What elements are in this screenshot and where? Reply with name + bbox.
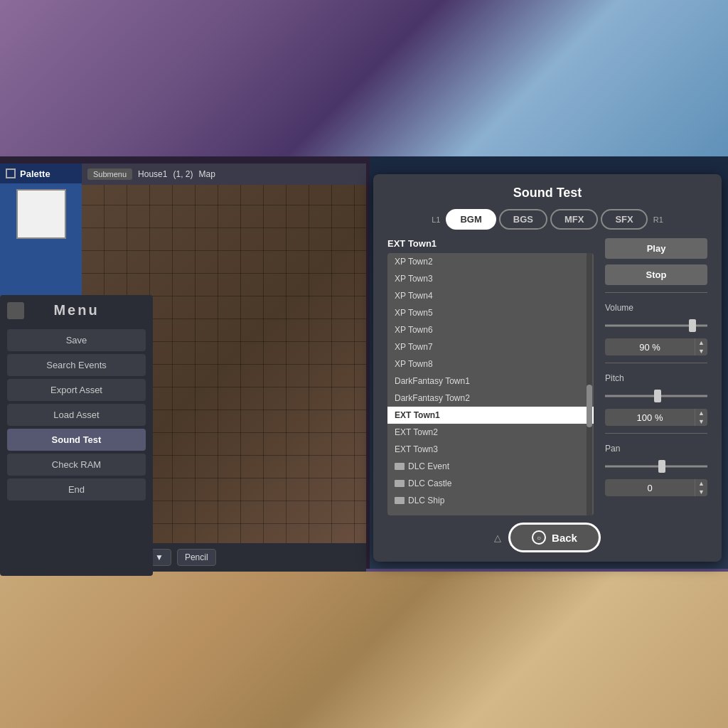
palette-icon bbox=[6, 168, 16, 178]
pitch-arrows[interactable]: ▲ ▼ bbox=[695, 409, 707, 426]
menu-title: Menu bbox=[7, 302, 146, 318]
toolbar-top: Submenu House1 (1, 2) Map bbox=[82, 164, 366, 185]
tab-bgs[interactable]: BGS bbox=[499, 209, 547, 230]
pan-label: Pan bbox=[605, 444, 707, 454]
back-button[interactable]: ○ Back bbox=[508, 523, 601, 552]
pan-value-box: 0 ▲ ▼ bbox=[605, 479, 707, 496]
divider bbox=[605, 363, 707, 363]
pan-slider-thumb[interactable] bbox=[658, 460, 665, 473]
volume-label: Volume bbox=[605, 303, 707, 313]
track-item[interactable]: XP Town2 bbox=[387, 253, 594, 270]
dropdown-icon: ▼ bbox=[155, 552, 164, 562]
save-button[interactable]: Save bbox=[7, 329, 146, 351]
folder-icon bbox=[395, 463, 405, 470]
background-bottom bbox=[0, 572, 728, 728]
scrollbar-thumb[interactable] bbox=[587, 385, 592, 427]
dialog-footer: △ ○ Back bbox=[373, 515, 722, 562]
volume-slider[interactable] bbox=[605, 318, 707, 333]
menu-panel: Menu Save Search Events Export Asset Loa… bbox=[0, 295, 153, 576]
track-selected-header: EXT Town1 bbox=[387, 238, 594, 249]
folder-icon bbox=[395, 497, 405, 504]
pan-value: 0 bbox=[605, 480, 695, 496]
dialog-content: EXT Town1 XP Town2 XP Town3 XP Town4 XP … bbox=[373, 238, 722, 515]
palette-header: Palette bbox=[0, 164, 82, 183]
volume-down-arrow[interactable]: ▼ bbox=[695, 347, 707, 355]
track-item[interactable]: XP Town8 bbox=[387, 355, 594, 373]
tab-sfx[interactable]: SFX bbox=[601, 209, 647, 230]
pitch-slider[interactable] bbox=[605, 389, 707, 403]
submenu-button[interactable]: Submenu bbox=[87, 168, 132, 180]
track-item[interactable]: XP Town7 bbox=[387, 338, 594, 355]
pan-up-arrow[interactable]: ▲ bbox=[695, 479, 707, 488]
palette-label: Palette bbox=[20, 168, 50, 179]
track-item[interactable]: DarkFantasy Town1 bbox=[387, 373, 594, 390]
track-list[interactable]: XP Town2 XP Town3 XP Town4 XP Town5 XP T… bbox=[387, 253, 594, 515]
load-asset-button[interactable]: Load Asset bbox=[7, 404, 146, 426]
volume-slider-thumb[interactable] bbox=[689, 319, 696, 332]
track-list-container: EXT Town1 XP Town2 XP Town3 XP Town4 XP … bbox=[387, 238, 594, 515]
divider bbox=[605, 433, 707, 434]
controls-panel: Play Stop Volume 90 % ▲ ▼ Pitch bbox=[594, 238, 707, 515]
map-label: Map bbox=[198, 169, 215, 179]
volume-value: 90 % bbox=[605, 339, 695, 355]
pan-slider[interactable] bbox=[605, 459, 707, 473]
tab-mfx[interactable]: MFX bbox=[550, 209, 598, 230]
track-item[interactable]: XP Town6 bbox=[387, 321, 594, 338]
pencil-label: Pencil bbox=[185, 552, 208, 562]
dialog-tabs: L1 BGM BGS MFX SFX R1 bbox=[373, 209, 722, 238]
footer-icon: △ bbox=[494, 532, 501, 543]
export-asset-button[interactable]: Export Asset bbox=[7, 379, 146, 401]
menu-icon bbox=[7, 302, 24, 319]
track-item[interactable]: XP Town4 bbox=[387, 287, 594, 304]
end-button[interactable]: End bbox=[7, 478, 146, 500]
folder-icon bbox=[395, 480, 405, 487]
track-item[interactable]: EXT Town2 bbox=[387, 424, 594, 441]
location-label: House1 bbox=[138, 169, 167, 179]
volume-arrows[interactable]: ▲ ▼ bbox=[695, 338, 707, 355]
pitch-value-box: 100 % ▲ ▼ bbox=[605, 409, 707, 426]
tab-left-label: L1 bbox=[429, 215, 443, 224]
volume-value-box: 90 % ▲ ▼ bbox=[605, 338, 707, 355]
coords-label: (1, 2) bbox=[173, 169, 193, 179]
scrollbar-track[interactable] bbox=[587, 253, 592, 515]
pan-slider-track bbox=[605, 466, 707, 468]
pitch-label: Pitch bbox=[605, 373, 707, 383]
back-label: Back bbox=[552, 532, 577, 544]
pencil-button[interactable]: Pencil bbox=[177, 549, 216, 566]
pitch-up-arrow[interactable]: ▲ bbox=[695, 409, 707, 417]
search-events-button[interactable]: Search Events bbox=[7, 354, 146, 376]
stop-button[interactable]: Stop bbox=[605, 264, 707, 285]
pan-down-arrow[interactable]: ▼ bbox=[695, 488, 707, 496]
track-item-folder[interactable]: DLC Event bbox=[387, 458, 594, 475]
pitch-slider-thumb[interactable] bbox=[654, 390, 661, 402]
track-item[interactable]: DarkFantasy Town2 bbox=[387, 390, 594, 407]
play-button[interactable]: Play bbox=[605, 238, 707, 259]
track-item-folder[interactable]: DLC Ship bbox=[387, 492, 594, 509]
pitch-value: 100 % bbox=[605, 410, 695, 426]
tab-right-label: R1 bbox=[651, 215, 666, 224]
track-item[interactable]: EXT Town3 bbox=[387, 441, 594, 458]
sound-test-button[interactable]: Sound Test bbox=[7, 429, 146, 451]
pan-arrows[interactable]: ▲ ▼ bbox=[695, 479, 707, 496]
dialog-title: Sound Test bbox=[373, 174, 722, 209]
track-item[interactable]: XP Town3 bbox=[387, 270, 594, 287]
divider bbox=[605, 292, 707, 293]
pitch-down-arrow[interactable]: ▼ bbox=[695, 417, 707, 426]
back-circle-icon: ○ bbox=[532, 530, 546, 545]
track-item-folder[interactable]: DLC Castle bbox=[387, 475, 594, 492]
tab-bgm[interactable]: BGM bbox=[446, 209, 496, 230]
palette-preview[interactable] bbox=[16, 189, 66, 239]
background-top bbox=[0, 0, 728, 156]
track-item-selected[interactable]: EXT Town1 bbox=[387, 407, 594, 424]
sound-test-dialog: Sound Test L1 BGM BGS MFX SFX R1 EXT Tow… bbox=[373, 174, 722, 562]
track-item[interactable]: XP Town5 bbox=[387, 304, 594, 321]
volume-up-arrow[interactable]: ▲ bbox=[695, 338, 707, 347]
check-ram-button[interactable]: Check RAM bbox=[7, 454, 146, 476]
